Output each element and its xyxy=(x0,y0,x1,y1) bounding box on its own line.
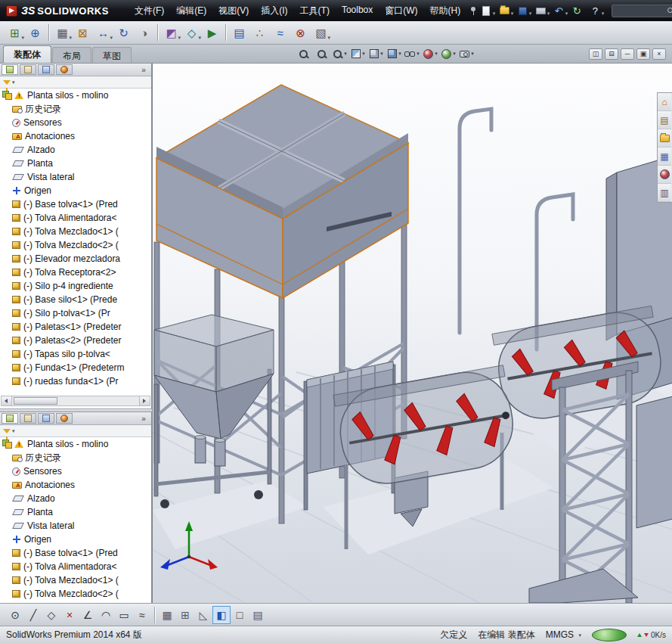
trim-tool-button[interactable]: ∠ xyxy=(79,606,97,624)
tree-item[interactable]: Vista lateral xyxy=(0,519,151,533)
tree-item[interactable]: Planta xyxy=(0,505,151,519)
menu-edit[interactable]: 编辑(E) xyxy=(170,2,212,20)
menu-insert[interactable]: 插入(I) xyxy=(255,2,293,20)
scroll-left-button[interactable] xyxy=(2,396,12,405)
tree-item[interactable]: (-) Base silo<1> (Prede xyxy=(0,293,151,306)
featuremanager-tab[interactable] xyxy=(2,64,18,75)
tree-item[interactable]: Planta xyxy=(0,157,151,170)
search-input[interactable] xyxy=(615,5,667,16)
tree-item[interactable]: (-) Tolva Receptora<2> xyxy=(0,266,151,279)
tree-item[interactable]: Sensores xyxy=(0,116,151,129)
arc-tool-button[interactable]: ◠ xyxy=(97,606,115,624)
tree-root[interactable]: Planta silos - molino xyxy=(0,437,151,451)
interference-detection-button[interactable]: ⊗ xyxy=(290,23,311,43)
undo-button[interactable]: ↶ xyxy=(550,2,568,19)
insert-components-button[interactable]: ⊞ xyxy=(5,23,25,43)
help-button[interactable]: ? xyxy=(586,2,604,19)
tree-item[interactable]: (-) Tolva Alimentadora< xyxy=(0,211,151,225)
units-selector[interactable]: MMGS xyxy=(546,629,581,640)
search-box[interactable]: ▾ xyxy=(612,5,672,17)
scrollbar-thumb[interactable] xyxy=(14,397,57,405)
smart-fasteners-button[interactable]: ⊠ xyxy=(73,23,93,43)
tree-filter-bar[interactable]: ▾ xyxy=(0,76,151,89)
menu-tools[interactable]: 工具(T) xyxy=(294,2,336,20)
solidworks-resources-button[interactable]: ⌂ xyxy=(658,93,671,111)
tree-root[interactable]: Planta silos - molino xyxy=(0,89,151,102)
new-motion-study-button[interactable]: ▶ xyxy=(202,23,222,43)
display-style-button[interactable] xyxy=(386,46,402,61)
pushpin-icon[interactable] xyxy=(469,6,477,15)
reference-geometry-button[interactable]: ◇ xyxy=(181,23,202,43)
spline-tool-button[interactable]: ≈ xyxy=(133,606,151,624)
hide-show-items-button[interactable] xyxy=(404,46,420,61)
menu-file[interactable]: 文件(F) xyxy=(129,2,170,20)
tab-assembly[interactable]: 装配体 xyxy=(3,45,51,63)
displaymanager-tab[interactable] xyxy=(56,413,73,424)
custom-properties-button[interactable]: ▥ xyxy=(658,184,671,202)
tree-item[interactable]: (-) Funda<1> (Predeterm xyxy=(0,361,151,374)
previous-view-button[interactable] xyxy=(331,46,348,61)
featuremanager-tab[interactable] xyxy=(2,413,18,424)
mate-button[interactable]: ⊕ xyxy=(25,23,45,43)
assembly-features-button[interactable]: ◩ xyxy=(161,23,181,43)
menu-help[interactable]: 帮助(H) xyxy=(424,2,467,20)
tree-item[interactable]: Anotaciones xyxy=(0,478,151,492)
propertymanager-tab[interactable] xyxy=(20,64,36,75)
line-tool-button[interactable]: ╱ xyxy=(24,606,42,624)
angle-snap-button[interactable]: ◺ xyxy=(194,606,212,624)
appearances-button[interactable] xyxy=(658,166,671,184)
wireframe-button[interactable]: □ xyxy=(231,606,249,624)
tab-sketch[interactable]: 草图 xyxy=(92,47,132,63)
tree-item[interactable]: (-) Tapas silo p-tolva< xyxy=(0,347,151,361)
configurationmanager-tab[interactable] xyxy=(38,64,54,75)
tab-layout[interactable]: 布局 xyxy=(52,47,91,63)
doc-close-button[interactable]: × xyxy=(652,48,666,60)
3d-model-canvas[interactable] xyxy=(153,64,672,603)
circle-tool-button[interactable]: ⊙ xyxy=(6,606,24,624)
filter-dropdown-icon[interactable]: ▾ xyxy=(12,428,15,434)
tree-item[interactable]: (-) Tolva Alimentadora< xyxy=(0,560,151,573)
new-document-button[interactable] xyxy=(477,2,495,19)
save-button[interactable] xyxy=(513,2,531,19)
scroll-right-button[interactable] xyxy=(139,396,150,405)
tree-item[interactable]: (-) Paletas<1> (Predeter xyxy=(0,320,151,334)
window-pane-button-1[interactable]: ◫ xyxy=(589,48,602,60)
tree-item[interactable]: (-) ruedas funda<1> (Pr xyxy=(0,374,151,388)
open-button[interactable] xyxy=(495,2,513,19)
doc-minimize-button[interactable]: ─ xyxy=(621,48,634,60)
tree-item[interactable]: (-) Silo p-tolva<1> (Pr xyxy=(0,306,151,320)
explode-line-sketch-button[interactable]: ≈ xyxy=(270,23,290,43)
filter-dropdown-icon[interactable]: ▾ xyxy=(12,79,15,85)
tree-item[interactable]: 历史记录 xyxy=(0,451,151,464)
erase-tool-button[interactable]: × xyxy=(60,606,79,624)
zoom-to-fit-button[interactable] xyxy=(295,46,311,61)
menu-view[interactable]: 视图(V) xyxy=(212,2,255,20)
view-orientation-button[interactable] xyxy=(367,46,384,61)
shaded-with-edges-button[interactable]: ◧ xyxy=(212,606,231,624)
bill-of-materials-button[interactable]: ▤ xyxy=(229,23,249,43)
scrollbar-track[interactable] xyxy=(12,396,139,405)
view-palette-button[interactable]: ▦ xyxy=(658,148,671,166)
tree-item[interactable]: Alzado xyxy=(0,492,151,505)
tree-item[interactable]: (-) Tolva Mezclado<2> ( xyxy=(0,587,151,601)
apply-scene-button[interactable] xyxy=(440,46,457,61)
instant3d-button[interactable]: ▧ xyxy=(311,23,331,43)
menu-window[interactable]: 窗口(W) xyxy=(379,2,423,20)
zoom-to-area-button[interactable] xyxy=(313,46,330,61)
display-settings-button[interactable]: ▤ xyxy=(249,606,267,624)
tree-item[interactable]: (-) Elevador mezcladora xyxy=(0,252,151,266)
polygon-tool-button[interactable]: ◇ xyxy=(42,606,60,624)
horizontal-scrollbar[interactable] xyxy=(1,396,150,406)
tree-item[interactable]: (-) Base tolva<1> (Pred xyxy=(0,546,151,560)
menu-toolbox[interactable]: Toolbox xyxy=(336,2,379,20)
configurationmanager-tab[interactable] xyxy=(38,413,54,424)
edit-appearance-button[interactable] xyxy=(422,46,438,61)
tree-item[interactable]: 历史记录 xyxy=(0,102,151,116)
tree-item[interactable]: (-) Tolva Mezclado<1> ( xyxy=(0,573,151,587)
linear-component-pattern-button[interactable]: ▦ xyxy=(52,23,73,43)
rotate-component-button[interactable]: ↻ xyxy=(113,23,134,43)
move-component-button[interactable]: ↔ xyxy=(93,23,113,43)
tree-filter-bar[interactable]: ▾ xyxy=(0,425,151,437)
displaymanager-tab[interactable] xyxy=(56,64,73,75)
tree-item[interactable]: (-) Tolva Mezclado<2> ( xyxy=(0,238,151,252)
